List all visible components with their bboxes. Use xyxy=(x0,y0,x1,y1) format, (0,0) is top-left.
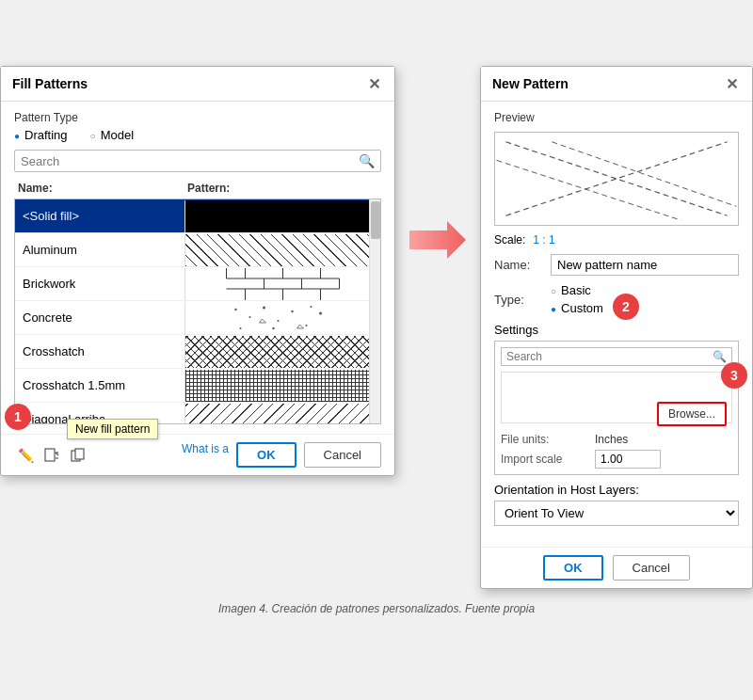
radio-basic[interactable]: Basic xyxy=(551,283,603,297)
edit-icon-btn[interactable]: ✏️ xyxy=(14,444,37,467)
svg-point-13 xyxy=(249,316,251,318)
patterns-search-box[interactable]: 🔍 xyxy=(14,150,381,172)
file-units-value: Inches xyxy=(595,433,628,446)
settings-search-icon: 🔍 xyxy=(713,350,727,363)
type-label: Type: xyxy=(494,293,551,307)
settings-inner: 🔍 Browse... 3 File units: xyxy=(494,341,739,475)
duplicate-icon-btn[interactable] xyxy=(67,444,89,467)
preview-label: Preview xyxy=(494,111,739,124)
import-scale-label: Import scale xyxy=(501,453,595,466)
settings-label: Settings xyxy=(494,323,739,337)
new-pattern-icon xyxy=(44,448,59,463)
name-input[interactable] xyxy=(551,254,739,276)
scrollbar-thumb[interactable] xyxy=(371,201,380,239)
what-is-link[interactable]: What is a xyxy=(182,442,229,468)
pattern-preview xyxy=(184,370,380,402)
pattern-name: Aluminum xyxy=(15,239,184,261)
table-row[interactable]: <Solid fill> xyxy=(15,199,380,233)
patterns-search-input[interactable] xyxy=(21,154,359,168)
import-scale-row: Import scale xyxy=(501,450,732,469)
new-icon-btn[interactable] xyxy=(40,444,63,467)
badge-2: 2 xyxy=(613,294,639,320)
table-row[interactable]: Brickwork xyxy=(15,267,380,301)
pattern-type-label: Pattern Type xyxy=(14,111,381,124)
preview-svg xyxy=(495,133,738,225)
settings-search-box[interactable]: 🔍 xyxy=(501,347,732,366)
svg-marker-22 xyxy=(260,319,266,323)
scale-label: Scale: xyxy=(494,233,525,247)
pattern-name: Crosshatch 1.5mm xyxy=(15,374,184,396)
new-pattern-cancel-button[interactable]: Cancel xyxy=(613,555,690,581)
svg-point-17 xyxy=(306,325,308,326)
duplicate-icon xyxy=(71,448,86,463)
svg-marker-30 xyxy=(409,221,466,259)
new-pattern-title: New Pattern xyxy=(492,76,569,91)
new-pattern-dialog: New Pattern ✕ Preview Scale: 1 : 1 xyxy=(480,66,753,589)
pattern-preview xyxy=(184,200,380,232)
new-pattern-title-bar: New Pattern ✕ xyxy=(481,67,752,102)
badge-1: 1 xyxy=(5,404,31,430)
pattern-name: <Solid fill> xyxy=(15,205,184,227)
patterns-list[interactable]: <Solid fill> Aluminum Brickwork xyxy=(14,199,381,424)
svg-marker-23 xyxy=(297,325,304,328)
badge-3: 3 xyxy=(721,362,747,389)
ok-button[interactable]: OK xyxy=(236,442,296,468)
arrow-icon xyxy=(405,216,471,263)
radio-drafting[interactable]: Drafting xyxy=(14,128,68,142)
import-scale-input[interactable] xyxy=(595,450,661,469)
pattern-preview xyxy=(184,404,380,425)
preview-area xyxy=(494,132,739,226)
table-header: Name: Pattern: xyxy=(14,180,381,197)
fill-patterns-dialog: Fill Patterns ✕ Pattern Type Drafting Mo… xyxy=(0,66,395,476)
browse-button[interactable]: Browse... xyxy=(657,402,727,426)
footer-left: ✏️ New fill p xyxy=(14,444,89,467)
pattern-name: Crosshatch xyxy=(15,341,184,362)
new-pattern-close-btn[interactable]: ✕ xyxy=(722,74,741,93)
radio-model[interactable]: Model xyxy=(90,128,134,142)
col-name-header: Name: xyxy=(18,182,187,195)
search-icon: 🔍 xyxy=(359,153,375,168)
pattern-name: Concrete xyxy=(15,307,184,328)
type-radios: Basic Custom 2 xyxy=(551,283,603,315)
name-row: Name: xyxy=(494,254,739,276)
file-units-row: File units: Inches xyxy=(501,433,732,446)
svg-point-12 xyxy=(234,308,236,310)
scrollbar-track[interactable] xyxy=(369,199,380,423)
type-row: Type: Basic Custom 2 xyxy=(494,283,739,315)
col-pattern-header: Pattern: xyxy=(187,182,377,195)
table-row[interactable]: Concrete xyxy=(15,301,380,335)
svg-rect-24 xyxy=(45,449,55,461)
svg-point-20 xyxy=(272,326,274,328)
new-pattern-footer: OK Cancel xyxy=(481,547,752,588)
arrow-container xyxy=(395,216,480,263)
pattern-preview xyxy=(184,234,380,266)
svg-point-19 xyxy=(240,327,242,329)
file-units-label: File units: xyxy=(501,433,595,446)
svg-point-15 xyxy=(278,320,280,322)
fill-patterns-body: Pattern Type Drafting Model 🔍 xyxy=(1,102,394,434)
scale-value: 1 : 1 xyxy=(533,233,554,247)
fill-patterns-title-bar: Fill Patterns ✕ xyxy=(1,67,394,102)
fill-patterns-footer: ✏️ New fill p xyxy=(1,434,394,475)
radio-basic-icon xyxy=(551,283,556,297)
table-row[interactable]: Aluminum xyxy=(15,233,380,267)
svg-line-33 xyxy=(552,142,736,207)
pattern-preview xyxy=(184,268,380,300)
fill-patterns-title: Fill Patterns xyxy=(12,76,88,91)
table-row[interactable]: Crosshatch 1.5mm xyxy=(15,369,380,403)
tooltip-new-fill: New fill pattern xyxy=(67,419,158,439)
svg-point-16 xyxy=(291,310,293,311)
svg-point-21 xyxy=(311,306,312,308)
settings-search-input[interactable] xyxy=(506,350,713,363)
fill-patterns-close-btn[interactable]: ✕ xyxy=(364,74,383,93)
cancel-button[interactable]: Cancel xyxy=(304,442,381,468)
svg-rect-29 xyxy=(75,449,84,459)
name-label: Name: xyxy=(494,258,551,272)
radio-custom-icon xyxy=(551,301,556,315)
scale-row: Scale: 1 : 1 xyxy=(494,233,739,247)
new-pattern-ok-button[interactable]: OK xyxy=(543,555,603,581)
orientation-select[interactable]: Orient To View xyxy=(494,501,739,526)
radio-model-icon xyxy=(90,128,96,142)
table-row[interactable]: Crosshatch xyxy=(15,335,380,369)
radio-custom[interactable]: Custom 2 xyxy=(551,301,603,315)
